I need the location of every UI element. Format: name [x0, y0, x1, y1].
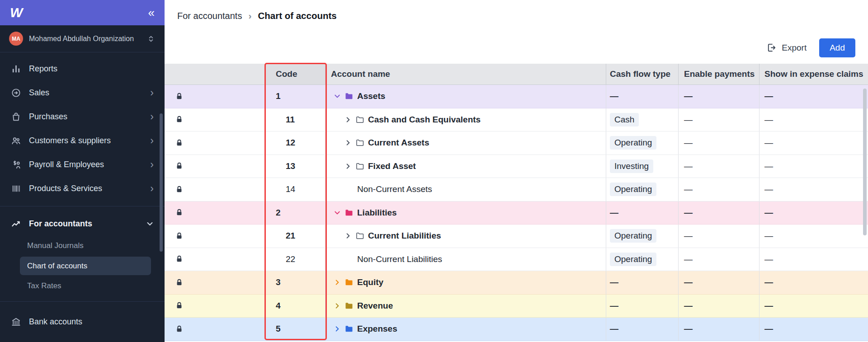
sidebar-divider: [0, 301, 165, 302]
expense-claims-value: —: [764, 231, 773, 241]
sidebar-item-purchases[interactable]: Purchases ›: [0, 105, 165, 129]
collapse-row-icon[interactable]: [334, 93, 341, 100]
barcode-icon: [11, 183, 21, 194]
lock-icon: [175, 162, 183, 170]
table-row-cash-and-cash-equivalents[interactable]: 11 Cash and Cash Equivalents Cash — —: [165, 108, 868, 132]
enable-payments-value: —: [684, 115, 693, 125]
account-name: Expenses: [357, 324, 397, 334]
account-code: 2: [276, 208, 281, 218]
sidebar-item-products-services[interactable]: Products & Services ›: [0, 177, 165, 201]
table-row-expenses[interactable]: 5 Expenses — — —: [165, 318, 868, 341]
sidebar-item-manual-journals[interactable]: Manual Journals: [0, 236, 165, 256]
export-icon: [766, 42, 777, 53]
table-row-current-liabilities[interactable]: 21 Current Liabilities Operating — —: [165, 225, 868, 248]
table-row-fixed-asset[interactable]: 13 Fixed Asset Investing — —: [165, 155, 868, 178]
table-row-non-current-assets[interactable]: 14 Non-Current Assets Operating — —: [165, 178, 868, 201]
expand-row-icon[interactable]: [334, 325, 341, 333]
sidebar-subitem-label: Manual Journals: [27, 241, 84, 250]
sidebar-item-payroll-employees[interactable]: Payroll & Employees ›: [0, 153, 165, 177]
account-code: 21: [286, 231, 295, 241]
lock-icon: [175, 325, 183, 333]
lock-icon: [175, 93, 183, 100]
sidebar-item-bank-accounts[interactable]: Bank accounts: [0, 310, 165, 334]
expand-row-icon[interactable]: [334, 279, 341, 286]
folder-icon: [344, 278, 354, 287]
cash-flow-value: Operating: [610, 253, 656, 266]
add-button[interactable]: Add: [819, 38, 855, 57]
chevron-right-icon: ›: [150, 112, 154, 122]
cash-flow-value: Operating: [610, 136, 656, 150]
cash-flow-value: —: [610, 277, 618, 287]
app-root: W « MA Mohamed Abdullah Organization Rep…: [0, 0, 868, 342]
account-code: 5: [276, 324, 281, 334]
expand-row-icon[interactable]: [344, 163, 352, 170]
enable-payments-value: —: [684, 91, 693, 101]
folder-outline-icon: [355, 138, 364, 147]
folder-outline-icon: [355, 231, 364, 240]
sidebar-collapse-icon[interactable]: «: [148, 7, 155, 19]
expense-claims-value: —: [764, 277, 773, 287]
table-row-liabilities[interactable]: 2 Liabilities — — —: [165, 201, 868, 225]
expense-claims-value: —: [764, 115, 773, 125]
lock-icon: [175, 255, 183, 263]
sidebar-item-label: Products & Services: [29, 184, 102, 193]
expense-claims-value: —: [764, 91, 773, 101]
lock-icon: [175, 209, 183, 216]
enable-payments-value: —: [684, 138, 693, 148]
account-code: 1: [276, 91, 281, 101]
breadcrumb-separator-icon: ›: [248, 10, 251, 21]
folder-outline-icon: [355, 115, 364, 124]
export-button[interactable]: Export: [766, 42, 807, 53]
main-content: For accountants › Chart of accounts Expo…: [165, 0, 868, 342]
chevron-right-icon: ›: [150, 159, 154, 170]
expense-claims-value: —: [764, 208, 773, 218]
enable-payments-value: —: [684, 184, 693, 194]
sidebar-item-chart-of-accounts[interactable]: Chart of accounts: [20, 257, 151, 275]
table-row-current-assets[interactable]: 12 Current Assets Operating — —: [165, 131, 868, 155]
expand-row-icon[interactable]: [344, 116, 352, 123]
breadcrumb: For accountants › Chart of accounts: [165, 0, 868, 32]
enable-payments-value: —: [684, 324, 693, 334]
expense-claims-value: —: [764, 138, 773, 148]
account-code: 4: [276, 301, 281, 311]
sidebar-item-label: Reports: [29, 64, 57, 74]
cash-flow-value: —: [610, 208, 618, 218]
org-avatar: MA: [9, 32, 23, 46]
sidebar-item-for-accountants[interactable]: For accountants: [0, 212, 165, 236]
lock-icon: [175, 139, 183, 147]
enable-payments-value: —: [684, 301, 693, 311]
chevron-right-icon: ›: [150, 183, 154, 194]
cash-flow-value: —: [610, 91, 618, 101]
table-row-non-current-liabilities[interactable]: 22 Non-Current Liabilities Operating — —: [165, 248, 868, 272]
sidebar-scrollbar[interactable]: [160, 113, 163, 252]
sidebar-item-customers-suppliers[interactable]: Customers & suppliers ›: [0, 129, 165, 153]
show-in-expense-claims-column-header: Show in expense claims: [760, 64, 868, 84]
org-switch-icon: [146, 34, 156, 43]
chevron-right-icon: ›: [150, 136, 154, 146]
enable-payments-column-header: Enable payments: [679, 64, 760, 84]
sidebar-nav: Reports Sales › Purchases › Customers & …: [0, 52, 165, 334]
breadcrumb-parent[interactable]: For accountants: [177, 11, 242, 21]
lock-column-header: [165, 64, 266, 84]
account-name: Non-Current Assets: [357, 184, 432, 194]
cash-flow-type-column-header: Cash flow type: [606, 64, 679, 84]
expand-row-icon[interactable]: [344, 232, 352, 239]
sidebar-subitem-label: Chart of accounts: [27, 262, 87, 271]
reports-icon: [11, 64, 21, 74]
account-name: Current Assets: [368, 138, 429, 148]
expand-row-icon[interactable]: [334, 302, 341, 309]
table-row-revenue[interactable]: 4 Revenue — — —: [165, 295, 868, 318]
folder-icon: [344, 92, 354, 101]
sidebar-item-reports[interactable]: Reports: [0, 57, 165, 81]
organization-selector[interactable]: MA Mohamed Abdullah Organization: [0, 25, 165, 52]
app-logo: W: [10, 5, 22, 20]
table-scrollbar[interactable]: [863, 89, 867, 235]
expand-row-icon[interactable]: [344, 139, 352, 146]
collapse-row-icon[interactable]: [334, 209, 341, 216]
sidebar-item-sales[interactable]: Sales ›: [0, 81, 165, 105]
sidebar-item-tax-rates[interactable]: Tax Rates: [0, 276, 165, 296]
cash-flow-value: —: [610, 324, 618, 334]
table-row-assets[interactable]: 1 Assets — — —: [165, 85, 868, 108]
lock-icon: [175, 116, 183, 123]
table-row-equity[interactable]: 3 Equity — — —: [165, 271, 868, 295]
